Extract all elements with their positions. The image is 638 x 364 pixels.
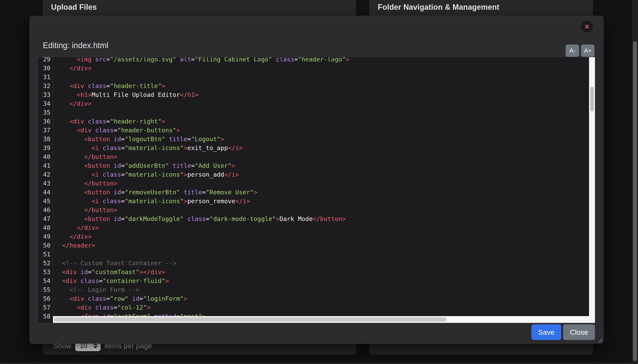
font-decrease-button[interactable]: A- [566,44,579,57]
code-line: </div> [62,64,350,72]
line-number: 33 [43,90,50,99]
line-number: 40 [43,152,50,161]
line-number: 31 [43,72,50,82]
font-size-controls: A- A+ [566,44,594,57]
line-number: 47 [43,214,50,223]
line-number: 57 [43,303,50,312]
close-x-icon: ✕ [584,23,590,30]
code-line: <div id="customToast"></div> [62,268,350,276]
font-increase-button[interactable]: A+ [581,44,594,57]
save-button[interactable]: Save [532,324,562,340]
line-number: 35 [43,108,50,117]
page-scrollbar[interactable] [632,0,638,364]
line-number: 54 [43,276,50,285]
upload-files-title: Upload Files [51,3,97,12]
modal-title: Editing: index.html [43,41,108,50]
line-number: 56 [43,294,50,303]
line-number: 29 [43,57,50,64]
line-number: 48 [43,223,50,232]
code-line: <i class="material-icons">person_remove<… [62,197,350,206]
line-number: 44 [43,188,50,197]
code-line: <div class="col-12"> [62,303,350,312]
code-line: <!-- Custom Toast Container --> [62,259,350,268]
editor-code-area[interactable]: <img src="/assets/logo.svg" alt="Filing … [53,57,589,316]
folder-navigation-title: Folder Navigation & Management [378,3,499,12]
code-line: <button id="removeUserBtn" title="Remove… [62,188,350,197]
editor-vertical-scrollbar-thumb[interactable] [590,87,594,112]
code-line: <div class="container-fluid"> [62,276,350,285]
code-line: <div class="header-right"> [62,117,350,126]
line-number: 46 [43,206,50,214]
code-line: </div> [62,223,350,232]
code-line: </header> [62,241,350,250]
line-number: 39 [43,144,50,152]
code-line: </button> [62,179,350,188]
line-number: 36 [43,117,50,126]
code-line [62,250,350,259]
code-line: </div> [62,232,350,241]
edit-file-modal: Editing: index.html ✕ A- A+ 293031323334… [30,16,604,344]
line-number: 34 [43,99,50,108]
code-line: </button> [62,152,350,161]
modal-footer: Save Close [532,324,595,340]
code-line: <div class="header-buttons"> [62,126,350,135]
modal-close-x-button[interactable]: ✕ [581,21,593,32]
line-number: 45 [43,197,50,206]
editor-vertical-scrollbar[interactable] [589,57,595,323]
code-editor[interactable]: 2930313233343536373839404142434445464748… [38,57,595,323]
code-line: <button id="addUserBtn" title="Add User"… [62,161,350,170]
line-number: 38 [43,135,50,144]
line-number: 41 [43,161,50,170]
line-number: 49 [43,232,50,241]
code-line: <img src="/assets/logo.svg" alt="Filing … [62,57,350,64]
editor-gutter: 2930313233343536373839404142434445464748… [38,57,53,323]
code-line: </button> [62,206,350,214]
line-number: 51 [43,250,50,259]
code-line: <button id="logoutBtn" title="Logout"> [62,135,350,144]
line-number: 52 [43,259,50,268]
code-line [62,108,350,117]
code-line: <div class="header-title"> [62,82,350,90]
page-bottom-strip [0,362,632,364]
line-number: 37 [43,126,50,135]
editor-horizontal-scrollbar-thumb[interactable] [54,317,446,322]
code-line: <button id="darkModeToggle" class="dark-… [62,214,350,223]
resize-grip-icon[interactable] [598,338,602,342]
code-line: <!-- Login Form --> [62,285,350,294]
line-number: 53 [43,268,50,276]
line-number: 32 [43,82,50,90]
code-line: <i class="material-icons">exit_to_app</i… [62,144,350,152]
code-line: <form id="authForm" method="post"> [62,312,350,316]
line-number: 43 [43,179,50,188]
editor-scrollbar-corner [589,316,595,323]
line-number: 50 [43,241,50,250]
line-number: 42 [43,170,50,179]
line-number: 30 [43,64,50,72]
close-button[interactable]: Close [563,324,595,340]
code-line: <h1>Multi File Upload Editor</h1> [62,90,350,99]
code-line: <div class="row" id="loginForm"> [62,294,350,303]
code-line [62,72,350,82]
code-line: <i class="material-icons">person_add</i> [62,170,350,179]
code-line: </div> [62,99,350,108]
line-number: 58 [43,312,50,321]
line-number: 55 [43,285,50,294]
page-scrollbar-thumb[interactable] [633,41,637,361]
editor-horizontal-scrollbar[interactable] [53,316,589,323]
